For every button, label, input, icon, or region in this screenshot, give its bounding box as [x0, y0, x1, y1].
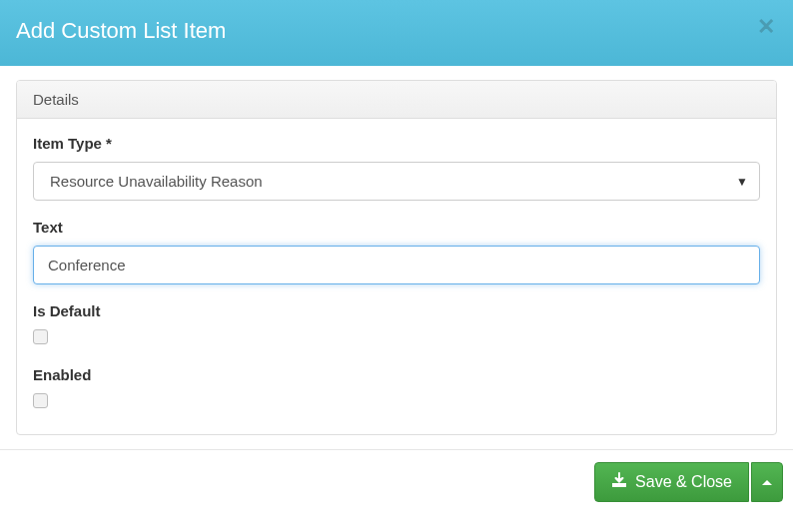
download-icon: [611, 472, 627, 492]
modal-footer: Save & Close: [0, 449, 793, 514]
svg-rect-0: [613, 484, 625, 486]
item-type-select[interactable]: Resource Unavailability Reason: [33, 162, 760, 201]
close-icon[interactable]: ✕: [757, 14, 775, 40]
save-button-label: Save & Close: [635, 473, 732, 491]
item-type-group: Item Type * Resource Unavailability Reas…: [33, 135, 760, 201]
modal-title: Add Custom List Item: [16, 18, 777, 44]
save-and-close-button[interactable]: Save & Close: [594, 462, 749, 502]
save-dropdown-toggle[interactable]: [751, 462, 783, 502]
item-type-label: Item Type *: [33, 135, 760, 152]
details-panel: Details Item Type * Resource Unavailabil…: [16, 80, 777, 435]
modal-header: Add Custom List Item ✕: [0, 0, 793, 66]
enabled-label: Enabled: [33, 366, 760, 383]
item-type-select-wrap: Resource Unavailability Reason ▼: [33, 162, 760, 201]
is-default-group: Is Default: [33, 302, 760, 348]
enabled-checkbox[interactable]: [33, 393, 48, 408]
caret-up-icon: [762, 480, 772, 485]
text-label: Text: [33, 219, 760, 236]
panel-header: Details: [17, 81, 776, 119]
enabled-group: Enabled: [33, 366, 760, 412]
panel-body: Item Type * Resource Unavailability Reas…: [17, 119, 776, 434]
is-default-checkbox[interactable]: [33, 329, 48, 344]
text-group: Text: [33, 219, 760, 284]
text-input[interactable]: [33, 246, 760, 284]
modal-body: Details Item Type * Resource Unavailabil…: [0, 66, 793, 449]
is-default-label: Is Default: [33, 302, 760, 319]
